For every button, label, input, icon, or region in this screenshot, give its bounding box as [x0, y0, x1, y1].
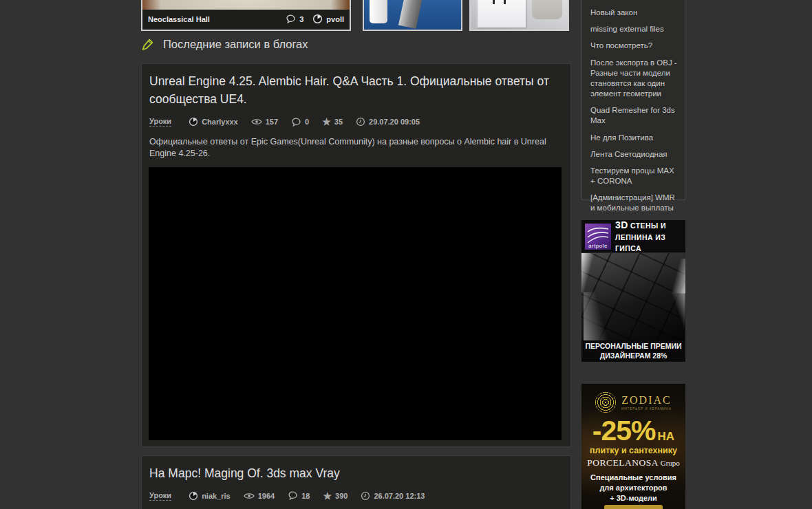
forum-topic-link[interactable]: Что посмотреть? [590, 41, 678, 51]
forum-topic-link[interactable]: [Администрация] WMR и мобильные выплаты [590, 193, 678, 213]
ad-conditions-text: Специальные условия для архитекторов + 3… [581, 473, 685, 503]
decor-render [493, 0, 495, 4]
author-avatar-icon [189, 491, 198, 501]
blog-post-card: Unreal Engine 4.25. Alembic Hair. Q&A Ча… [141, 63, 571, 447]
gallery-caption: Neoclassical Hall 3 pvoll [142, 10, 350, 28]
artpole-ad-header: artpole 3D СТЕНЫ И ЛЕПНИНА ИЗ ГИПСА [581, 220, 685, 253]
zodiac-logo-icon [595, 392, 616, 413]
artpole-logo: artpole [585, 224, 611, 250]
gallery-comment-count: 3 [299, 15, 303, 23]
category-link[interactable]: Уроки [149, 117, 171, 127]
post-meta-row: Уроки niak_ris 1964 [149, 490, 563, 501]
post-rating: 390 [335, 492, 348, 500]
gallery-thumbnail[interactable] [364, 0, 461, 30]
grinder-render [398, 0, 427, 29]
rating-star-icon: ★ [323, 491, 332, 501]
post-views-count: 157 [266, 118, 278, 126]
desk-render [478, 0, 526, 28]
gallery-author-link[interactable]: pvoll [326, 15, 344, 23]
post-views-count: 1964 [258, 492, 275, 500]
forum-topic-link[interactable]: Тестируем процы MAX + CORONA [590, 166, 678, 186]
discount-headline: -25%НА [581, 418, 685, 444]
author-avatar-icon [189, 117, 198, 127]
discount-subline: плитку и сантехнику [581, 446, 685, 455]
category-link[interactable]: Уроки [149, 491, 171, 501]
post-comments-count: 0 [305, 118, 309, 126]
gallery-title[interactable]: Neoclassical Hall [148, 15, 210, 23]
forum-topic-link[interactable]: После экспорта в OBJ - Разные части моде… [590, 58, 678, 100]
forum-topics-box: Новый закон missing external files Что п… [581, 0, 685, 200]
post-date: 26.07.20 12:13 [374, 492, 425, 500]
post-author-link[interactable]: niak_ris [202, 492, 231, 500]
artpole-ad-banner[interactable]: artpole 3D СТЕНЫ И ЛЕПНИНА ИЗ ГИПСА ПЕРС… [581, 220, 685, 361]
comment-bubble-icon [291, 117, 301, 127]
forum-topic-link[interactable]: Не для Позитива [590, 133, 678, 143]
zodiac-ad-banner[interactable]: ZODIAC ИНТЕРЬЕР И КЕРАМИКА -25%НА плитку… [581, 384, 685, 509]
gallery-thumbnail[interactable] [142, 0, 350, 10]
forum-topic-link[interactable]: Лента Светодиодная [590, 149, 678, 160]
post-title-link[interactable]: Unreal Engine 4.25. Alembic Hair. Q&A Ча… [149, 72, 563, 109]
forum-topic-link[interactable]: Quad Remesher for 3ds Max [590, 105, 678, 126]
post-title-link[interactable]: На Марс! Maging Of. 3ds max Vray [149, 464, 563, 482]
post-comments-count: 18 [301, 492, 310, 500]
views-eye-icon [244, 492, 255, 500]
gallery-card-grinder[interactable] [363, 0, 462, 31]
bottle-render [370, 0, 387, 23]
section-title: Последние записи в блогах [163, 38, 308, 51]
zodiac-ad-button[interactable] [604, 505, 663, 509]
rating-star-icon: ★ [322, 117, 331, 127]
porcelanosa-label: PORCELANOSA Grupo [581, 457, 685, 468]
artpole-ad-title: 3D СТЕНЫ И ЛЕПНИНА ИЗ ГИПСА [615, 218, 682, 254]
gypsum-panels-image [581, 253, 685, 340]
gallery-card-interior[interactable] [469, 0, 569, 31]
decor-render [504, 0, 506, 4]
author-avatar-icon [312, 14, 323, 24]
gallery-card-neoclassical-hall[interactable]: Neoclassical Hall 3 pvoll [141, 0, 351, 31]
blog-post-card: На Марс! Maging Of. 3ds max Vray Уроки n… [141, 455, 571, 509]
zodiac-brand-subtitle: ИНТЕРЬЕР И КЕРАМИКА [621, 407, 672, 411]
comment-bubble-icon [288, 490, 298, 501]
post-author-link[interactable]: Charlyxxx [202, 118, 238, 126]
forum-topic-link[interactable]: Новый закон [590, 8, 678, 18]
video-embed-player[interactable] [149, 167, 562, 440]
pencil-icon [141, 38, 154, 51]
chair-render [532, 0, 562, 19]
post-date: 29.07.20 09:05 [369, 118, 420, 126]
gallery-thumbnail[interactable] [471, 0, 568, 30]
forum-topic-link[interactable]: missing external files [590, 24, 678, 34]
post-meta-row: Уроки Charlyxxx 157 [149, 117, 563, 127]
views-eye-icon [251, 118, 262, 126]
clock-icon [361, 491, 370, 501]
clock-icon [356, 117, 365, 127]
post-excerpt: Официальные ответы от Epic Games(Unreal … [149, 136, 563, 160]
post-rating: 35 [334, 118, 343, 126]
blog-section-header: Последние записи в блогах [141, 38, 308, 51]
artpole-ad-footer: ПЕРСОНАЛЬНЫЕ ПРЕМИИ ДИЗАЙНЕРАМ 28% [581, 340, 685, 362]
artpole-brand-label: artpole [585, 243, 611, 249]
comment-bubble-icon [286, 14, 296, 24]
page: Neoclassical Hall 3 pvoll [0, 0, 812, 509]
zodiac-brand-label: ZODIAC [621, 394, 672, 407]
